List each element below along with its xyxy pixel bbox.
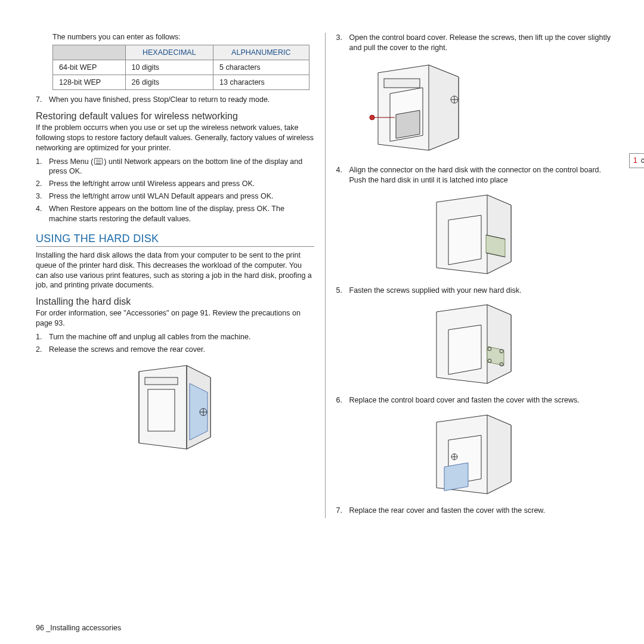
step-7: When you have finished, press Stop/Clear… [36,95,314,105]
svg-marker-21 [487,195,511,274]
restore-step-2: Press the left/right arrow until Wireles… [36,179,314,189]
callout-control-board: 1control board cover [629,153,644,168]
row-label: 64-bit WEP [53,60,126,75]
hard-disk-heading: USING THE HARD DISK [36,233,314,247]
figure-control-board-cover [360,58,479,159]
svg-marker-22 [448,215,481,265]
install-heading: Installing the hard disk [36,296,314,307]
menu-icon [94,158,103,165]
install-step-1: Turn the machine off and unplug all cabl… [36,332,314,342]
svg-marker-11 [429,65,459,150]
svg-marker-35 [487,415,511,494]
svg-marker-27 [487,305,511,383]
row-label: 128-bit WEP [53,75,126,90]
wep-table: HEXADECIMAL ALPHANUMERIC 64-bit WEP 10 d… [52,45,309,90]
restore-heading: Restoring default values for wireless ne… [36,111,314,122]
page-footer: 96 _Installing accessories [36,624,121,632]
svg-rect-5 [145,377,178,385]
install-step-2: Release the screws and remove the rear c… [36,345,314,355]
svg-marker-28 [448,325,481,374]
figure-replace-control-cover [416,410,535,500]
hard-disk-body: Installing the hard disk allows the data… [36,250,314,291]
install-body: For order information, see "Accessories"… [36,308,314,329]
callout-text: control board cover [641,156,644,165]
restore-step-3: Press the left/right arrow until WLAN De… [36,191,314,202]
install-step-5: Fasten the screws supplied with your new… [336,286,615,296]
table-header-alpha: ALPHANUMERIC [213,45,309,60]
cell-hex: 10 digits [125,60,213,75]
svg-marker-14 [396,110,420,138]
svg-marker-37 [444,463,468,491]
figure-fasten-screws [416,300,535,389]
install-step-4: Align the connector on the hard disk wit… [336,165,615,185]
table-row: 128-bit WEP 26 digits 13 characters [53,75,309,90]
intro-text: The numbers you can enter as follows: [52,33,314,41]
restore-step-1: Press Menu () until Network appears on t… [36,157,314,177]
figure-rear-cover [115,360,234,461]
restore-body: If the problem occurrs when you use or s… [36,123,314,153]
install-step-3: Open the control board cover. Release th… [336,33,615,53]
cell-hex: 26 digits [125,75,213,90]
svg-rect-12 [384,79,420,88]
figure-align-connector [416,190,535,280]
cell-alpha: 13 characters [213,75,309,90]
restore-step-4: When Restore appears on the bottom line … [36,204,314,224]
table-header-hex: HEXADECIMAL [125,45,213,60]
callout-num: 1 [633,156,637,165]
install-step-6: Replace the control board cover and fast… [336,395,615,405]
install-step-7: Replace the rear cover and fasten the co… [336,506,615,516]
table-row: 64-bit WEP 10 digits 5 characters [53,60,309,75]
svg-rect-6 [148,389,175,431]
svg-point-15 [370,115,374,120]
cell-alpha: 5 characters [213,60,309,75]
step-text: Press Menu ( [49,157,93,166]
